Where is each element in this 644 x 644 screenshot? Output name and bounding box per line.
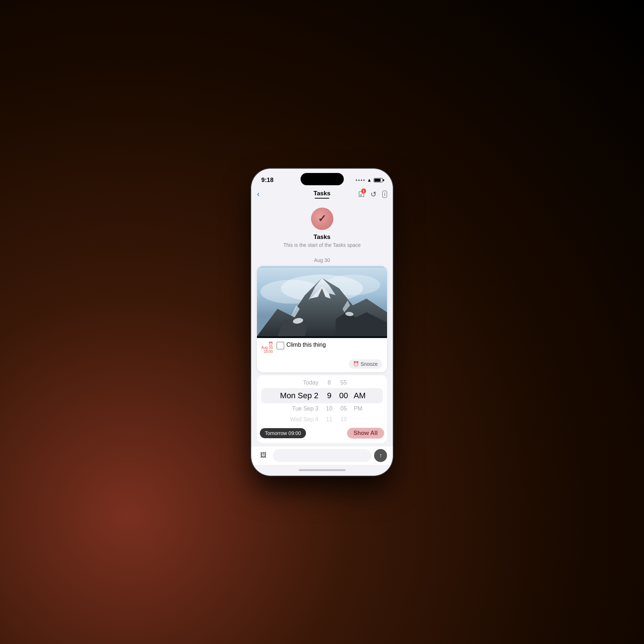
dynamic-island (301, 173, 344, 185)
nav-bar: ‹ Tasks ☑ 1 ↺ i (251, 187, 393, 200)
time-row-ap-1: AM (351, 391, 365, 400)
task-checkbox[interactable] (276, 342, 284, 350)
task-label: Climb this thing (287, 342, 383, 348)
task-card: ⏰ Aug 30 18:00 Climb this thing ⏰ Snooze (257, 266, 387, 372)
time-row-3[interactable]: Wed Sep 4 11 10 (257, 414, 387, 423)
status-time: 9:18 (261, 177, 274, 184)
checkmark-icon-large: ✓ (318, 213, 326, 225)
send-icon: ↑ (379, 452, 382, 459)
tasks-nav-icon[interactable]: ☑ 1 (358, 190, 365, 199)
time-picker-inner: Today 8 55 Mon Sep 2 9 00 AM Tue Sep (257, 375, 387, 423)
refresh-icon[interactable]: ↺ (370, 190, 377, 199)
bottom-bar: 🖼 ↑ (251, 446, 393, 465)
time-picker[interactable]: Today 8 55 Mon Sep 2 9 00 AM Tue Sep (257, 375, 387, 443)
app-subtitle: This is the start of the Tasks space (283, 242, 361, 248)
time-row-day-2: Tue Sep 3 (279, 405, 322, 412)
tomorrow-bar: Tomorrow 09:00 Show All (257, 425, 387, 441)
task-date-line2: 18:00 (264, 350, 273, 354)
time-row-m-1: 00 (337, 391, 351, 400)
app-header: ✓ Tasks This is the start of the Tasks s… (251, 200, 393, 252)
signal-icon (356, 179, 365, 181)
time-row-m-3: 10 (337, 416, 351, 423)
nav-right-icons: ☑ 1 ↺ i (358, 190, 387, 199)
image-icon: 🖼 (260, 452, 267, 459)
home-indicator (251, 465, 393, 476)
info-icon[interactable]: i (382, 191, 387, 198)
nav-title: Tasks (314, 190, 330, 197)
time-row-h-3: 11 (322, 416, 337, 423)
app-name: Tasks (314, 234, 330, 241)
time-row-h-0: 8 (322, 379, 337, 386)
time-row-0[interactable]: Today 8 55 (257, 377, 387, 388)
snooze-label: Snooze (361, 361, 378, 367)
scroll-area: ✓ Tasks This is the start of the Tasks s… (251, 200, 393, 446)
message-input[interactable] (273, 449, 371, 462)
home-bar (299, 469, 346, 471)
time-row-day-0: Today (279, 379, 322, 386)
alarm-icon: ⏰ (268, 342, 273, 346)
time-row-h-2: 10 (322, 405, 337, 412)
time-row-day-3: Wed Sep 4 (279, 416, 322, 423)
task-image (257, 266, 387, 338)
back-button[interactable]: ‹ (257, 190, 271, 199)
time-row-1[interactable]: Mon Sep 2 9 00 AM (261, 388, 383, 403)
nav-title-underline (315, 198, 329, 199)
send-button[interactable]: ↑ (374, 449, 387, 462)
app-icon: ✓ (311, 208, 333, 230)
tomorrow-pill[interactable]: Tomorrow 09:00 (260, 428, 306, 438)
image-button[interactable]: 🖼 (257, 449, 270, 462)
snooze-button[interactable]: ⏰ Snooze (349, 359, 382, 369)
date-label: Aug 30 (251, 257, 393, 263)
time-row-h-1: 9 (322, 391, 337, 400)
task-date-badge: ⏰ Aug 30 18:00 (261, 342, 273, 354)
snooze-row: ⏰ Snooze (257, 357, 387, 372)
badge-count: 1 (361, 188, 366, 194)
time-row-day-1: Mon Sep 2 (279, 391, 322, 400)
battery-icon (374, 178, 383, 182)
time-row-ap-2: PM (351, 405, 365, 412)
show-all-button[interactable]: Show All (347, 428, 384, 439)
snooze-icon: ⏰ (353, 361, 359, 367)
task-date-line1: Aug 30 (261, 346, 273, 350)
status-icons: ▲ (356, 177, 383, 183)
time-row-m-2: 05 (337, 405, 351, 412)
wifi-icon: ▲ (367, 177, 372, 183)
time-row-2[interactable]: Tue Sep 3 10 05 PM (257, 403, 387, 414)
time-row-m-0: 55 (337, 379, 351, 386)
